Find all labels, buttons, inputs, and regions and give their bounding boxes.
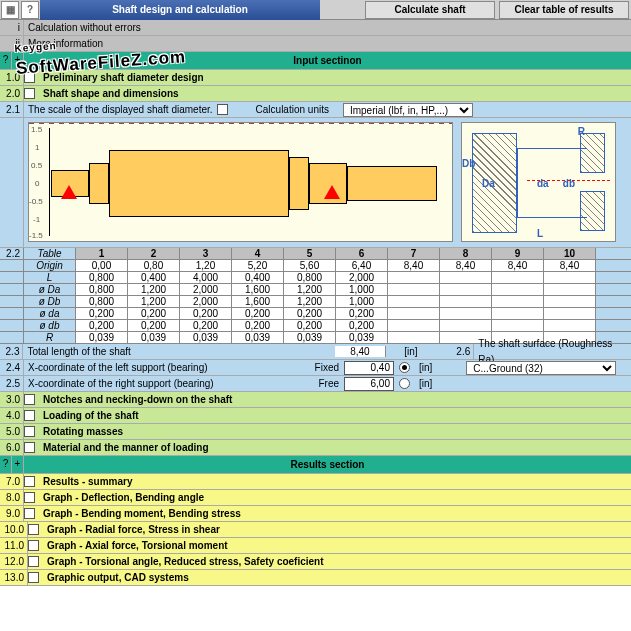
table-cell[interactable] [388, 272, 440, 283]
table-cell[interactable]: 0,039 [76, 332, 128, 343]
table-cell[interactable]: 0,800 [76, 296, 128, 307]
table-cell[interactable] [492, 284, 544, 295]
table-cell[interactable]: 0,039 [128, 332, 180, 343]
table-cell[interactable]: 2,000 [180, 296, 232, 307]
row-13.0[interactable]: 13.0Graphic output, CAD systems [0, 570, 631, 586]
table-cell[interactable] [544, 296, 596, 307]
table-cell[interactable]: 0,00 [76, 260, 128, 271]
table-cell[interactable]: 0,200 [128, 320, 180, 331]
table-row-label: L [24, 272, 76, 283]
row-8.0[interactable]: 8.0Graph - Deflection, Bending angle [0, 490, 631, 506]
checkbox-icon[interactable] [24, 88, 35, 99]
checkbox-scale[interactable] [217, 104, 228, 115]
table-cell[interactable]: 0,200 [76, 320, 128, 331]
results-section-header: ?+ Results section [0, 456, 631, 474]
table-cell[interactable]: 1,200 [284, 284, 336, 295]
row-2.5: 2.5 X-coordinate of the right support (b… [0, 376, 631, 392]
table-cell[interactable] [440, 308, 492, 319]
table-cell[interactable]: 1,200 [128, 284, 180, 295]
table-cell[interactable]: 5,60 [284, 260, 336, 271]
table-cell[interactable]: 1,200 [284, 296, 336, 307]
table-col-header: 3 [180, 248, 232, 259]
row-3.0[interactable]: 3.0Notches and necking-down on the shaft [0, 392, 631, 408]
table-cell[interactable]: 0,200 [76, 308, 128, 319]
help-icon[interactable]: ? [21, 1, 39, 19]
table-cell[interactable] [492, 296, 544, 307]
calculate-button[interactable]: Calculate shaft [365, 1, 495, 19]
table-cell[interactable]: 1,600 [232, 296, 284, 307]
table-cell[interactable]: 0,200 [336, 308, 388, 319]
clear-button[interactable]: Clear table of results [499, 1, 629, 19]
table-cell[interactable]: 0,800 [76, 272, 128, 283]
table-cell[interactable]: 0,200 [284, 308, 336, 319]
shaft-table: 2.2Table12345678910Origin0,000,801,205,2… [0, 248, 631, 344]
row-5.0[interactable]: 5.0Rotating masses [0, 424, 631, 440]
table-cell[interactable]: 1,200 [128, 296, 180, 307]
table-cell[interactable]: 0,200 [232, 320, 284, 331]
table-cell[interactable] [544, 308, 596, 319]
table-cell[interactable]: 0,80 [128, 260, 180, 271]
row-6.0[interactable]: 6.0Material and the manner of loading [0, 440, 631, 456]
table-cell[interactable]: 0,200 [232, 308, 284, 319]
row-12.0[interactable]: 12.0Graph - Torsional angle, Reduced str… [0, 554, 631, 570]
table-cell[interactable]: 2,000 [180, 284, 232, 295]
table-cell[interactable] [388, 308, 440, 319]
row-7.0[interactable]: 7.0Results - summary [0, 474, 631, 490]
table-cell[interactable]: 0,039 [180, 332, 232, 343]
surface-select[interactable]: C...Ground (32) [466, 361, 616, 375]
table-cell[interactable] [440, 272, 492, 283]
table-cell[interactable]: 0,400 [232, 272, 284, 283]
table-cell[interactable] [388, 296, 440, 307]
table-cell[interactable]: 2,000 [336, 272, 388, 283]
table-cell[interactable]: 0,800 [284, 272, 336, 283]
table-cell[interactable]: 1,000 [336, 296, 388, 307]
table-cell[interactable] [492, 308, 544, 319]
left-support-input[interactable] [344, 361, 394, 375]
table-cell[interactable]: 1,600 [232, 284, 284, 295]
right-support-input[interactable] [344, 377, 394, 391]
table-cell[interactable] [492, 320, 544, 331]
table-cell[interactable] [388, 320, 440, 331]
excel-icon[interactable]: ▦ [1, 1, 19, 19]
row-2.0[interactable]: 2.0 Shaft shape and dimensions [0, 86, 631, 102]
table-cell[interactable]: 0,200 [336, 320, 388, 331]
table-cell[interactable]: 8,40 [492, 260, 544, 271]
table-cell[interactable] [492, 272, 544, 283]
table-cell[interactable] [388, 332, 440, 343]
table-cell[interactable]: 0,200 [284, 320, 336, 331]
table-cell[interactable]: 0,400 [128, 272, 180, 283]
table-cell[interactable]: 0,200 [180, 308, 232, 319]
table-cell[interactable] [544, 320, 596, 331]
row-10.0[interactable]: 10.0Graph - Radial force, Stress in shea… [0, 522, 631, 538]
table-col-header: 4 [232, 248, 284, 259]
row-4.0[interactable]: 4.0Loading of the shaft [0, 408, 631, 424]
table-cell[interactable]: 6,40 [336, 260, 388, 271]
table-cell[interactable]: 0,039 [284, 332, 336, 343]
table-cell[interactable]: 8,40 [440, 260, 492, 271]
table-cell[interactable]: 0,039 [232, 332, 284, 343]
shaft-profile-chart: 1.5 1 0.5 0 -0.5 -1 -1.5 [28, 122, 453, 242]
table-cell[interactable] [544, 272, 596, 283]
table-cell[interactable]: 8,40 [388, 260, 440, 271]
radio-fixed[interactable] [399, 362, 410, 373]
table-cell[interactable]: 8,40 [544, 260, 596, 271]
row-11.0[interactable]: 11.0Graph - Axial force, Torsional momen… [0, 538, 631, 554]
table-cell[interactable] [440, 284, 492, 295]
table-cell[interactable]: 0,200 [128, 308, 180, 319]
table-row-label: Origin [24, 260, 76, 271]
table-cell[interactable]: 5,20 [232, 260, 284, 271]
table-cell[interactable]: 0,039 [336, 332, 388, 343]
table-row-label: ø da [24, 308, 76, 319]
table-cell[interactable]: 0,800 [76, 284, 128, 295]
table-cell[interactable]: 4,000 [180, 272, 232, 283]
table-cell[interactable]: 1,000 [336, 284, 388, 295]
row-9.0[interactable]: 9.0Graph - Bending moment, Bending stres… [0, 506, 631, 522]
units-select[interactable]: Imperial (lbf, in, HP,...) [343, 103, 473, 117]
table-cell[interactable] [440, 320, 492, 331]
table-cell[interactable]: 1,20 [180, 260, 232, 271]
radio-free[interactable] [399, 378, 410, 389]
table-cell[interactable] [388, 284, 440, 295]
table-cell[interactable] [544, 284, 596, 295]
table-cell[interactable] [440, 296, 492, 307]
table-cell[interactable]: 0,200 [180, 320, 232, 331]
